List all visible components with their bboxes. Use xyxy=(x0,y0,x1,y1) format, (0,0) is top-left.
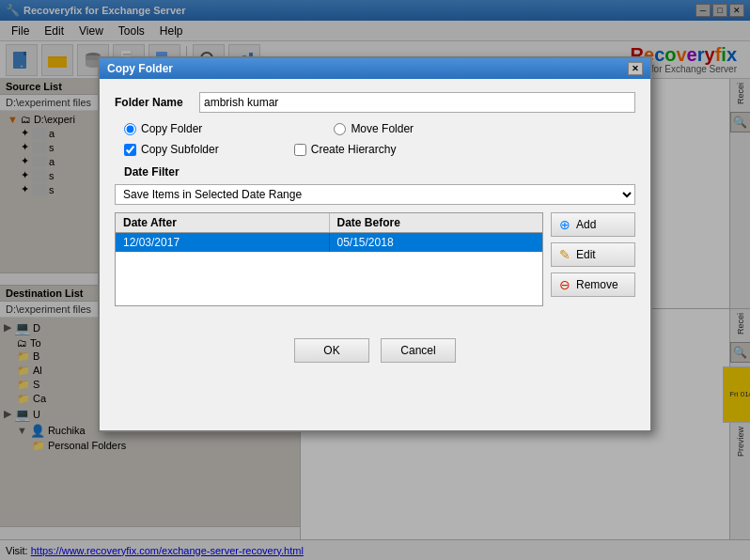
dialog-title: Copy Folder xyxy=(107,62,173,75)
date-filter-select[interactable]: Save All Items Save Items in Selected Da… xyxy=(115,184,635,205)
move-folder-radio[interactable] xyxy=(334,123,346,135)
date-row[interactable]: 12/03/2017 05/15/2018 xyxy=(116,233,542,252)
ok-button[interactable]: OK xyxy=(294,338,369,363)
date-filter-label: Date Filter xyxy=(124,165,635,179)
date-filter-dropdown-container: Save All Items Save Items in Selected Da… xyxy=(115,184,635,205)
remove-icon: ⊖ xyxy=(559,277,570,292)
remove-button[interactable]: ⊖ Remove xyxy=(551,272,635,297)
add-icon: ⊕ xyxy=(559,217,570,232)
copy-folder-dialog: Copy Folder ✕ Folder Name Copy Folder xyxy=(98,56,652,432)
add-button[interactable]: ⊕ Add xyxy=(551,212,635,237)
dialog-body: Folder Name Copy Folder Move Folder xyxy=(100,79,650,331)
col-date-after: Date After xyxy=(116,213,330,232)
remove-label: Remove xyxy=(576,278,618,291)
folder-name-row: Folder Name xyxy=(115,92,635,113)
action-buttons: ⊕ Add ✎ Edit ⊖ Remove xyxy=(551,212,635,306)
date-table-header: Date After Date Before xyxy=(116,213,542,233)
copy-subfolder-checkbox-label[interactable]: Copy Subfolder xyxy=(124,143,219,156)
date-filter-section: Date Filter Save All Items Save Items in… xyxy=(115,165,635,306)
copy-move-row: Copy Folder Move Folder xyxy=(124,122,635,135)
copy-subfolder-label: Copy Subfolder xyxy=(141,143,219,156)
checkbox-row: Copy Subfolder Create Hierarchy xyxy=(124,143,635,156)
date-after-cell: 12/03/2017 xyxy=(116,233,330,252)
cancel-button[interactable]: Cancel xyxy=(381,338,456,363)
move-folder-label: Move Folder xyxy=(351,122,414,135)
edit-icon: ✎ xyxy=(559,247,570,262)
copy-folder-radio-label[interactable]: Copy Folder xyxy=(124,122,202,135)
modal-overlay: Copy Folder ✕ Folder Name Copy Folder xyxy=(0,0,750,560)
edit-button[interactable]: ✎ Edit xyxy=(551,242,635,267)
move-folder-radio-label[interactable]: Move Folder xyxy=(334,122,414,135)
create-hierarchy-label: Create Hierarchy xyxy=(311,143,397,156)
date-table-container: Date After Date Before 12/03/2017 05/15/… xyxy=(115,212,635,306)
folder-name-label: Folder Name xyxy=(115,96,199,109)
copy-folder-radio[interactable] xyxy=(124,123,136,135)
dialog-close-button[interactable]: ✕ xyxy=(628,62,643,75)
folder-name-input[interactable] xyxy=(199,92,635,113)
dialog-title-bar: Copy Folder ✕ xyxy=(100,58,650,79)
create-hierarchy-checkbox[interactable] xyxy=(294,144,306,156)
edit-label: Edit xyxy=(576,248,596,261)
app-window: 🔧 Recoveryfix for Exchange Server ─ □ ✕ … xyxy=(0,0,750,560)
col-date-before: Date Before xyxy=(330,213,543,232)
copy-folder-label: Copy Folder xyxy=(141,122,202,135)
copy-subfolder-checkbox[interactable] xyxy=(124,144,136,156)
dialog-footer: OK Cancel xyxy=(100,331,650,376)
create-hierarchy-checkbox-label[interactable]: Create Hierarchy xyxy=(294,143,397,156)
date-before-cell: 05/15/2018 xyxy=(330,233,543,252)
date-table: Date After Date Before 12/03/2017 05/15/… xyxy=(115,212,543,306)
add-label: Add xyxy=(576,218,596,231)
